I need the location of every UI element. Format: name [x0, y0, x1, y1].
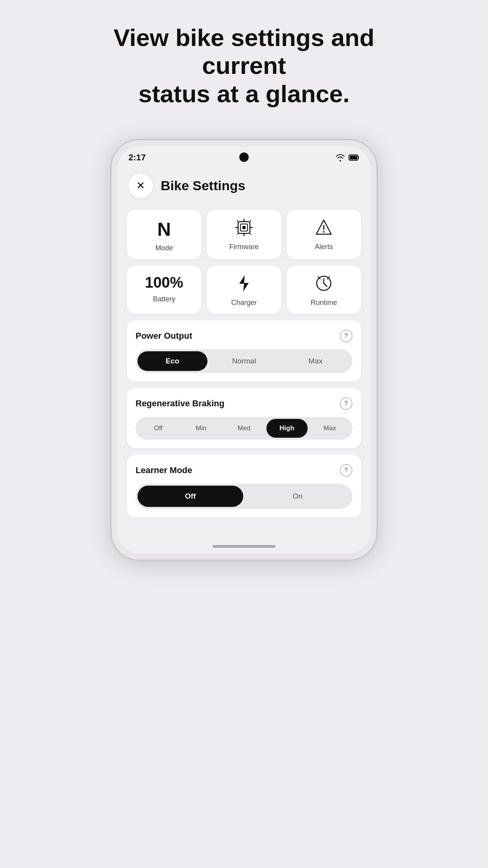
- regen-med-button[interactable]: Med: [223, 419, 264, 438]
- alerts-icon: [315, 218, 333, 239]
- home-bar: [213, 545, 275, 548]
- firmware-label: Firmware: [229, 243, 259, 251]
- card-mode[interactable]: N Mode: [127, 210, 201, 259]
- learner-mode-header: Learner Mode ?: [136, 464, 352, 477]
- regen-braking-help-button[interactable]: ?: [340, 397, 352, 410]
- charger-icon: [237, 274, 251, 295]
- learner-mode-panel: Learner Mode ? Off On: [127, 455, 361, 517]
- screen-content: ✕ Bike Settings N Mode: [117, 166, 371, 540]
- svg-line-9: [250, 220, 251, 222]
- card-alerts[interactable]: Alerts: [287, 210, 361, 259]
- learner-mode-control: Off On: [136, 484, 352, 509]
- card-battery[interactable]: 100% Battery: [127, 266, 201, 314]
- regen-braking-title: Regenerative Braking: [136, 398, 224, 409]
- power-max-button[interactable]: Max: [281, 351, 350, 371]
- regen-min-button[interactable]: Min: [180, 419, 222, 438]
- runtime-label: Runtime: [311, 299, 337, 307]
- screen-title: Bike Settings: [161, 178, 245, 193]
- page-headline: View bike settings and currentstatus at …: [91, 24, 397, 108]
- card-charger[interactable]: Charger: [207, 266, 281, 314]
- learner-off-button[interactable]: Off: [138, 486, 243, 507]
- battery-pct-icon: 100%: [145, 274, 183, 291]
- regen-braking-header: Regenerative Braking ?: [136, 397, 352, 410]
- battery-label: Battery: [153, 295, 175, 303]
- learner-on-button[interactable]: On: [245, 486, 350, 507]
- regen-off-button[interactable]: Off: [138, 419, 179, 438]
- status-icons: [335, 154, 360, 161]
- svg-line-18: [324, 283, 327, 286]
- page-wrapper: View bike settings and currentstatus at …: [0, 24, 488, 561]
- power-output-help-button[interactable]: ?: [340, 330, 352, 342]
- learner-mode-title: Learner Mode: [136, 465, 192, 475]
- phone-shell: 2:17: [110, 139, 378, 561]
- close-button[interactable]: ✕: [128, 174, 153, 198]
- svg-point-14: [323, 231, 325, 233]
- cards-row2: 100% Battery Charger: [127, 266, 361, 314]
- battery-icon: [349, 154, 360, 161]
- mode-icon: N: [157, 218, 171, 240]
- power-eco-button[interactable]: Eco: [138, 351, 207, 371]
- power-output-panel: Power Output ? Eco Normal Max: [127, 320, 361, 382]
- alerts-label: Alerts: [315, 243, 333, 251]
- svg-rect-12: [242, 226, 246, 229]
- card-firmware[interactable]: Firmware: [207, 210, 281, 259]
- svg-marker-15: [239, 275, 249, 292]
- power-output-control: Eco Normal Max: [136, 349, 352, 373]
- front-camera: [239, 152, 249, 162]
- status-bar: 2:17: [117, 146, 371, 166]
- card-runtime[interactable]: Runtime: [287, 266, 361, 314]
- svg-rect-1: [350, 156, 357, 160]
- learner-mode-help-button[interactable]: ?: [340, 464, 352, 477]
- status-time: 2:17: [128, 152, 146, 163]
- regen-braking-panel: Regenerative Braking ? Off Min Med High …: [127, 388, 361, 448]
- svg-line-8: [237, 220, 238, 222]
- phone-inner: 2:17: [117, 146, 371, 554]
- svg-line-10: [237, 233, 238, 235]
- firmware-icon: [235, 218, 253, 239]
- runtime-icon: [315, 274, 333, 295]
- svg-line-11: [250, 233, 251, 235]
- power-output-header: Power Output ?: [136, 330, 352, 342]
- power-output-title: Power Output: [136, 331, 192, 341]
- regen-max-button[interactable]: Max: [309, 419, 350, 438]
- power-normal-button[interactable]: Normal: [209, 351, 279, 371]
- regen-braking-control: Off Min Med High Max: [136, 417, 352, 440]
- regen-high-button[interactable]: High: [266, 419, 308, 438]
- home-indicator: [117, 540, 371, 554]
- screen-header: ✕ Bike Settings: [127, 174, 361, 198]
- mode-label: Mode: [155, 244, 173, 252]
- wifi-icon: [335, 154, 345, 161]
- charger-label: Charger: [231, 299, 257, 307]
- cards-row1: N Mode: [127, 210, 361, 259]
